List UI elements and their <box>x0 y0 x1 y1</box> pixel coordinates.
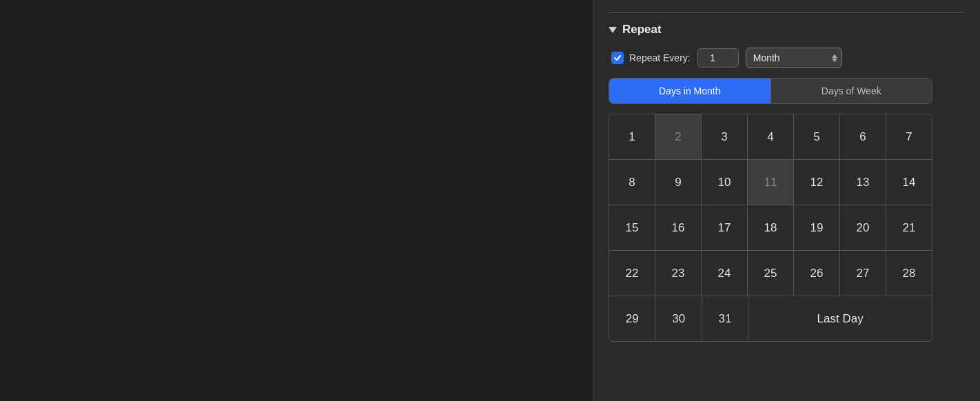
top-divider <box>609 12 965 13</box>
cal-cell-6[interactable]: 6 <box>840 114 886 159</box>
cal-cell-17[interactable]: 17 <box>702 205 748 250</box>
cal-cell-1[interactable]: 1 <box>609 114 655 159</box>
cal-cell-24[interactable]: 24 <box>702 251 748 296</box>
cal-cell-11[interactable]: 11 <box>748 160 794 205</box>
cal-cell-4[interactable]: 4 <box>748 114 794 159</box>
cal-cell-12[interactable]: 12 <box>794 160 840 205</box>
cal-cell-29[interactable]: 29 <box>609 296 655 341</box>
cal-cell-28[interactable]: 28 <box>886 251 932 296</box>
calendar-grid: 1 2 3 4 5 6 7 8 9 10 11 12 13 14 15 <box>609 114 932 342</box>
calendar-row-2: 8 9 10 11 12 13 14 <box>609 160 932 205</box>
repeat-section-header: Repeat <box>609 23 965 37</box>
calendar-row-1: 1 2 3 4 5 6 7 <box>609 114 932 160</box>
unit-select-wrapper: Month Week Day Year <box>746 48 842 68</box>
cal-cell-15[interactable]: 15 <box>609 205 655 250</box>
cal-cell-last-day[interactable]: Last Day <box>748 296 932 341</box>
cal-cell-13[interactable]: 13 <box>840 160 886 205</box>
repeat-every-row: Repeat Every: Month Week Day Year <box>609 48 965 68</box>
cal-cell-27[interactable]: 27 <box>840 251 886 296</box>
toggle-button-group: Days in Month Days of Week <box>609 78 932 104</box>
cal-cell-30[interactable]: 30 <box>655 296 702 341</box>
calendar-row-3: 15 16 17 18 19 20 21 <box>609 205 932 251</box>
cal-cell-19[interactable]: 19 <box>794 205 840 250</box>
cal-cell-22[interactable]: 22 <box>609 251 655 296</box>
cal-cell-5[interactable]: 5 <box>794 114 840 159</box>
page-layout: Repeat Repeat Every: Month Week Day Year <box>0 0 980 401</box>
cal-cell-8[interactable]: 8 <box>609 160 655 205</box>
repeat-checkbox-wrapper: Repeat Every: <box>611 52 691 64</box>
cal-cell-16[interactable]: 16 <box>655 205 702 250</box>
cal-cell-2[interactable]: 2 <box>655 114 702 159</box>
cal-cell-31[interactable]: 31 <box>702 296 748 341</box>
cal-cell-18[interactable]: 18 <box>748 205 794 250</box>
days-of-week-button[interactable]: Days of Week <box>770 79 932 103</box>
repeat-checkbox[interactable] <box>611 52 624 64</box>
repeat-every-label: Repeat Every: <box>629 52 691 63</box>
cal-cell-21[interactable]: 21 <box>886 205 932 250</box>
cal-cell-14[interactable]: 14 <box>886 160 932 205</box>
cal-cell-10[interactable]: 10 <box>702 160 748 205</box>
repeat-number-input[interactable] <box>697 48 739 68</box>
right-panel: Repeat Repeat Every: Month Week Day Year <box>593 0 980 401</box>
cal-cell-23[interactable]: 23 <box>655 251 702 296</box>
unit-select[interactable]: Month Week Day Year <box>746 48 842 68</box>
calendar-row-5: 29 30 31 Last Day <box>609 296 932 341</box>
cal-cell-7[interactable]: 7 <box>886 114 932 159</box>
cal-cell-20[interactable]: 20 <box>840 205 886 250</box>
calendar-row-4: 22 23 24 25 26 27 28 <box>609 251 932 296</box>
repeat-section-title: Repeat <box>622 23 662 37</box>
days-in-month-button[interactable]: Days in Month <box>609 79 770 103</box>
collapse-triangle-icon[interactable] <box>609 27 617 33</box>
cal-cell-25[interactable]: 25 <box>748 251 794 296</box>
left-panel <box>0 0 593 401</box>
cal-cell-3[interactable]: 3 <box>702 114 748 159</box>
cal-cell-26[interactable]: 26 <box>794 251 840 296</box>
cal-cell-9[interactable]: 9 <box>655 160 702 205</box>
